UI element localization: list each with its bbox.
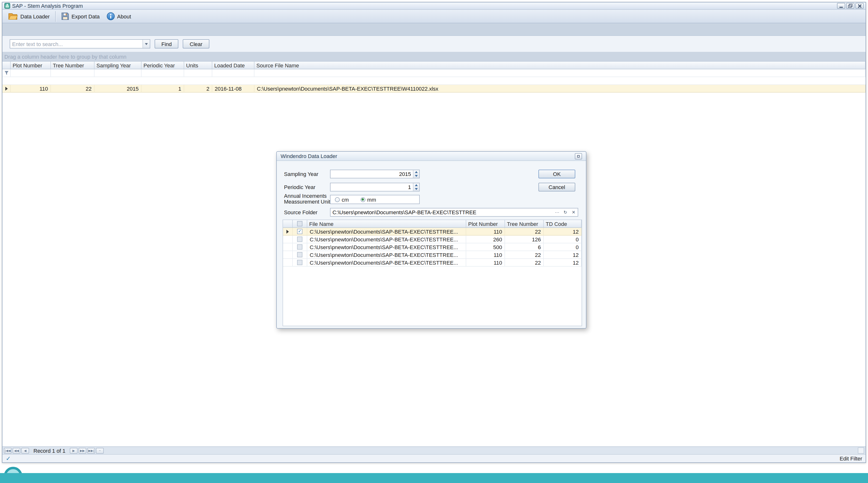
cell-file-name: C:\Users\pnewton\Documents\SAP-BETA-EXEC… [307,251,466,259]
cell-file-name: C:\Users\pnewton\Documents\SAP-BETA-EXEC… [307,228,466,236]
dialog-file-row[interactable]: C:\Users\pnewton\Documents\SAP-BETA-EXEC… [283,251,582,259]
toolbar-separator [55,11,56,22]
filter-cell[interactable] [11,69,51,77]
units-editor: cm mm [330,195,420,204]
checkbox-cell [293,243,307,251]
column-header-plot-number[interactable]: Plot Number [11,62,51,69]
close-icon [858,4,862,8]
toolbar: Data Loader Export Data Abou [2,10,866,23]
nav-prev-page-button[interactable]: ◀◀ [12,448,20,453]
column-header-units[interactable]: Units [184,62,212,69]
window-title: SAP - Stem Analysis Program [12,3,83,9]
column-header-tree-number[interactable]: Tree Number [51,62,94,69]
column-header-source-file-name[interactable]: Source File Name [254,62,866,69]
filter-cell[interactable] [142,69,184,77]
browse-button[interactable]: ··· [553,208,561,216]
radio-cm[interactable]: cm [335,197,349,202]
filter-cell[interactable] [184,69,212,77]
cell-file-name: C:\Users\pnewton\Documents\SAP-BETA-EXEC… [307,259,466,267]
spin-up-icon[interactable] [413,183,419,187]
column-header-file-name[interactable]: File Name [307,220,466,227]
dialog-body: Sampling Year 2015 OK Periodic Year 1 Ca… [277,161,586,328]
nav-delete-button[interactable]: − [96,448,104,453]
cell-tree-number: 22 [505,251,544,259]
dialog-file-row[interactable]: C:\Users\pnewton\Documents\SAP-BETA-EXEC… [283,243,582,251]
empty-grid-row [2,77,866,85]
clear-button[interactable]: Clear [183,39,209,49]
chevron-down-icon[interactable] [143,40,150,48]
row-indicator-cell [283,228,293,236]
auto-filter-row[interactable] [2,69,866,77]
dialog-close-button[interactable] [575,153,582,159]
cell-td-code: 12 [544,251,582,259]
dialog-file-row[interactable]: ✓ C:\Users\pnewton\Documents\SAP-BETA-EX… [283,228,582,236]
search-input[interactable] [10,40,143,48]
refresh-button[interactable]: ↻ [561,208,569,216]
file-checkbox[interactable] [297,252,303,258]
row-indicator-cell [283,251,293,259]
restore-button[interactable] [846,3,855,9]
cancel-button[interactable]: Cancel [538,183,575,191]
column-header-loaded-date[interactable]: Loaded Date [212,62,254,69]
spin-down-icon[interactable] [413,187,419,191]
dialog-file-grid: File Name Plot Number Tree Number TD Cod… [283,219,582,326]
export-data-button[interactable]: Export Data [57,10,103,22]
close-button[interactable] [856,3,864,9]
ok-button[interactable]: OK [538,170,575,178]
nav-prev-button[interactable]: ◀ [21,448,29,453]
edit-filter-button[interactable]: Edit Filter [840,456,862,461]
cell-td-code: 12 [544,228,582,236]
nav-first-button[interactable]: |◀◀ [4,448,12,453]
title-bar[interactable]: SAP - Stem Analysis Program [2,2,866,10]
nav-next-page-button[interactable]: ▶▶ [79,448,86,453]
cell-td-code: 0 [544,243,582,251]
find-button[interactable]: Find [155,39,179,49]
radio-icon [335,197,340,202]
select-all-checkbox[interactable] [293,220,307,227]
dialog-title-bar[interactable]: Windendro Data Loader [277,152,586,161]
column-header-td-code[interactable]: TD Code [544,220,582,227]
column-header-sampling-year[interactable]: Sampling Year [94,62,142,69]
filter-cell[interactable] [51,69,94,77]
nav-next-button[interactable]: ▶ [70,448,78,453]
file-checkbox[interactable] [297,244,303,250]
about-label: About [117,13,131,19]
sampling-year-label: Sampling Year [284,171,318,177]
cell-plot-number: 500 [466,243,505,251]
dialog-file-row[interactable]: C:\Users\pnewton\Documents\SAP-BETA-EXEC… [283,236,582,243]
dialog-file-row[interactable]: C:\Users\pnewton\Documents\SAP-BETA-EXEC… [283,259,582,267]
clear-path-button[interactable]: ✕ [569,208,578,216]
filter-enabled-checkbox[interactable]: ✓ [6,456,11,461]
nav-last-button[interactable]: ▶▶| [87,448,95,453]
file-checkbox[interactable] [297,237,303,242]
column-header-tree-number[interactable]: Tree Number [505,220,544,227]
cell-sampling-year: 2015 [94,85,142,93]
units-label: Annual Incements Meassurement Units [284,193,335,205]
spin-up-icon[interactable] [413,170,419,174]
filter-cell[interactable] [254,69,866,77]
window-controls [837,3,864,9]
sampling-year-spinner[interactable]: 2015 [330,170,420,178]
file-checkbox[interactable] [297,260,303,265]
spinner-buttons [413,183,419,191]
data-loader-button[interactable]: Data Loader [5,10,53,22]
radio-mm[interactable]: mm [360,197,376,202]
filter-cell[interactable] [212,69,254,77]
file-checkbox[interactable]: ✓ [297,229,303,234]
periodic-year-spinner[interactable]: 1 [330,183,420,191]
column-header-periodic-year[interactable]: Periodic Year [142,62,184,69]
group-by-box[interactable]: Drag a column header here to group by th… [2,52,866,62]
windendro-data-loader-dialog: Windendro Data Loader Sampling Year 2015… [276,151,586,329]
about-button[interactable]: About [103,10,134,22]
dialog-grid-empty-area [283,267,582,326]
data-loader-label: Data Loader [20,13,50,19]
minimize-button[interactable] [837,3,845,9]
grid-header-row: Plot Number Tree Number Sampling Year Pe… [2,62,866,69]
column-header-plot-number[interactable]: Plot Number [466,220,505,227]
source-folder-field[interactable]: C:\Users\pnewton\Documents\SAP-BETA-EXEC… [330,208,578,217]
filter-cell[interactable] [94,69,142,77]
record-navigator: |◀◀ ◀◀ ◀ Record 1 of 1 ▶ ▶▶ ▶▶| − [2,446,866,454]
table-row[interactable]: 110 22 2015 1 2 2016-11-08 C:\Users\pnew… [2,85,866,93]
cell-file-name: C:\Users\pnewton\Documents\SAP-BETA-EXEC… [307,243,466,251]
spin-down-icon[interactable] [413,174,419,178]
